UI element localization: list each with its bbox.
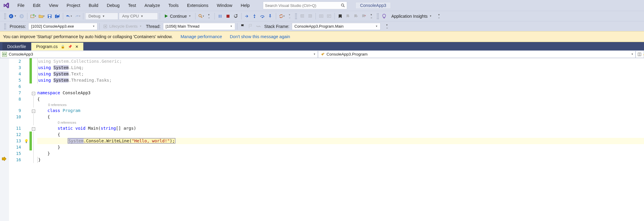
type-scope-combo[interactable]: ConsoleApp3.Program▼ [318, 51, 636, 58]
toolbar-grip-2[interactable] [295, 13, 297, 19]
tab-dockerfile[interactable]: Dockerfile [2, 43, 31, 50]
outlining-margin[interactable]: − − − [32, 58, 37, 221]
toolbar-grip[interactable] [4, 13, 6, 19]
current-statement-icon [2, 144, 7, 149]
search-input[interactable] [265, 3, 341, 8]
code-editor[interactable]: 2 3 4 5 6 7 8 9 10 11 12 13 14 15 16 💡 − [0, 58, 644, 221]
step-into-button[interactable] [251, 13, 258, 20]
app-insights-dropdown[interactable]: Application Insights▼ [391, 14, 432, 19]
project-scope-combo[interactable]: C# ConsoleApp3▼ [0, 51, 318, 58]
svg-rect-15 [220, 15, 222, 18]
uncomment-button[interactable] [325, 13, 333, 20]
menu-project[interactable]: Project [63, 2, 85, 9]
flag-thread-button[interactable] [239, 23, 246, 30]
fold-toggle-icon[interactable]: − [32, 127, 35, 131]
hot-reload-button[interactable]: ▾ [278, 13, 285, 20]
menu-tools[interactable]: Tools [164, 2, 183, 9]
svg-rect-24 [384, 18, 385, 18]
vs-logo-icon [2, 1, 11, 10]
class-icon [320, 52, 325, 57]
continue-button[interactable]: Continue ▼ [162, 13, 193, 20]
thread-combo[interactable]: [1056] Main Thread▼ [163, 23, 235, 30]
svg-rect-21 [327, 15, 331, 17]
quick-launch-search[interactable] [263, 2, 347, 9]
nav-back-button[interactable]: ▼ [8, 13, 17, 20]
standard-toolbar: ▼ ▾ ▾ ▾ ▾ Debug▼ Any CPU▼ Continue ▼ ▾ ▾… [0, 11, 644, 21]
menu-analyze[interactable]: Analyze [140, 2, 164, 9]
solution-config-combo[interactable]: Debug▼ [85, 13, 118, 20]
toolbar-overflow-4[interactable]: ▾= [435, 13, 442, 20]
thread-label: Thread: [146, 24, 160, 29]
performance-infobar: You can improve 'Startup' performance by… [0, 31, 644, 42]
manage-performance-link[interactable]: Manage performance [180, 34, 222, 39]
svg-point-19 [270, 14, 271, 15]
solution-platform-combo[interactable]: Any CPU▼ [119, 13, 158, 20]
restart-button[interactable] [232, 13, 239, 20]
codelens-references[interactable]: 0 references [37, 102, 644, 107]
undo-button[interactable]: ▾ [65, 13, 73, 20]
csharp-icon: C# [2, 52, 7, 57]
svg-point-18 [262, 17, 263, 18]
prev-bookmark-button[interactable] [344, 13, 352, 20]
dismiss-infobar-link[interactable]: Don't show this message again [230, 34, 290, 39]
step-over-button[interactable] [259, 13, 266, 20]
pin-icon[interactable]: 📌 [68, 45, 72, 49]
process-label: Process: [10, 24, 26, 29]
tab-program-cs[interactable]: Program.cs 🔒 📌 ✕ [31, 43, 83, 50]
toolbar-overflow-3[interactable]: ▾= [368, 13, 375, 20]
process-combo[interactable]: [1032] ConsoleApp3.exe▼ [28, 23, 97, 30]
outdent-button[interactable] [307, 13, 314, 20]
clear-bookmarks-button[interactable] [360, 13, 367, 20]
toolbar-grip-3[interactable] [377, 13, 379, 19]
stack-frame-combo[interactable]: ConsoleApp3.Program.Main▼ [292, 23, 381, 30]
comment-button[interactable] [318, 13, 325, 20]
new-project-button[interactable]: ▾ [29, 13, 37, 20]
navigation-bar: C# ConsoleApp3▼ ConsoleApp3.Program▼ 🔒 [0, 50, 644, 58]
fold-toggle-icon[interactable]: − [32, 92, 35, 95]
toolbar-grip-4[interactable] [4, 23, 6, 29]
codelens-references[interactable]: 0 references [37, 120, 644, 125]
menu-debug[interactable]: Debug [103, 2, 124, 9]
menu-file[interactable]: File [13, 2, 29, 9]
lightbulb-icon[interactable]: 💡 [24, 139, 29, 143]
menu-help[interactable]: Help [236, 2, 254, 9]
menu-view[interactable]: View [45, 2, 62, 9]
threads-button[interactable] [255, 23, 262, 30]
menu-test[interactable]: Test [124, 2, 140, 9]
bookmark-button[interactable] [337, 13, 344, 20]
svg-rect-8 [49, 17, 51, 18]
lifecycle-events-dropdown[interactable]: Lifecycle Events ▼ [101, 23, 143, 30]
show-next-statement-button[interactable] [243, 13, 251, 20]
step-out-button[interactable] [267, 13, 274, 20]
toolbar-overflow[interactable]: ▾= [205, 13, 213, 20]
pause-button[interactable] [217, 13, 224, 20]
current-execution-line: System.Console.WriteLine("Hello, world!"… [37, 138, 644, 144]
save-all-button[interactable] [54, 13, 61, 20]
toolbar-overflow-2[interactable]: ▾= [286, 13, 293, 20]
next-bookmark-button[interactable] [352, 13, 359, 20]
nav-forward-button[interactable] [18, 13, 25, 20]
member-scope-combo[interactable]: 🔒 [636, 51, 644, 58]
save-button[interactable] [46, 13, 53, 20]
svg-line-13 [201, 17, 202, 18]
toolbar-overflow-5[interactable]: ▾= [384, 23, 391, 30]
svg-point-2 [9, 14, 13, 18]
stop-button[interactable] [224, 13, 232, 20]
menu-extensions[interactable]: Extensions [183, 2, 213, 9]
svg-point-26 [105, 26, 106, 27]
find-button[interactable]: ▾ [197, 13, 205, 20]
menu-build[interactable]: Build [85, 2, 103, 9]
svg-point-27 [323, 53, 324, 54]
indent-button[interactable] [299, 13, 306, 20]
glyph-margin[interactable] [0, 58, 9, 221]
show-flagged-button[interactable] [247, 23, 254, 30]
menu-edit[interactable]: Edit [29, 2, 45, 9]
solution-name-label[interactable]: ConsoleApp3 [356, 2, 391, 9]
fold-toggle-icon[interactable]: − [32, 110, 35, 113]
open-file-button[interactable]: ▾ [38, 13, 45, 20]
close-tab-icon[interactable]: ✕ [75, 44, 79, 49]
redo-button[interactable]: ▾ [73, 13, 81, 20]
svg-rect-11 [57, 14, 59, 15]
code-text-area[interactable]: using System.Collections.Generic; using … [37, 58, 644, 221]
menu-window[interactable]: Window [213, 2, 237, 9]
